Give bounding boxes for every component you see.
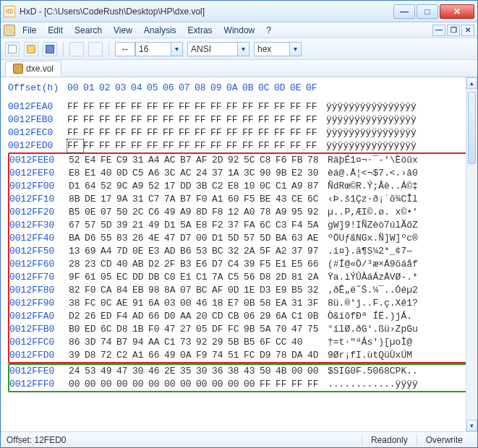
menu-window[interactable]: Window <box>220 24 260 37</box>
hex-row[interactable]: 0012FF709F6105ECDDDBC0E1C17AC556D82D812A… <box>9 271 474 284</box>
menu-file[interactable]: File <box>18 24 40 37</box>
hex-row[interactable]: 0012FEF0E8E1400DC5A63CAC24371A3C909BE230… <box>9 167 474 180</box>
statusbar: Offset: 12FED0 Readonly Overwrite <box>1 431 477 447</box>
separator <box>108 42 109 56</box>
hex-row[interactable]: 0012FFB0B0ED6CD81BF0472705DFFC9B5A704775… <box>9 323 474 336</box>
charset-value: ANSI <box>187 42 238 56</box>
hex-row[interactable]: 0012FEA0FFFFFFFFFFFFFFFFFFFFFFFFFFFFFFFF… <box>8 100 476 113</box>
charset-dropdown[interactable]: ANSI ▾ <box>187 42 249 56</box>
menu-extras[interactable]: Extras <box>184 24 217 37</box>
tab-bar: dxe.vol <box>1 60 477 77</box>
hex-row[interactable]: 0012FFD039D872C2A166490AF97451FCD978DA4D… <box>9 349 474 362</box>
hex-row[interactable]: 0012FF501369A47D0EE3ADB653BC322A5FA23797… <box>9 245 474 258</box>
minimize-button[interactable]: — <box>393 4 415 19</box>
hex-row[interactable]: 0012FF9038FC0CAE916A03004618E70B58EA313F… <box>9 297 474 310</box>
tab-label: dxe.vol <box>26 64 54 74</box>
close-button[interactable]: ✕ <box>440 4 474 19</box>
titlebar: HD HxD - [C:\Users\CodeRush\Desktop\HP\d… <box>1 1 477 22</box>
tool-icon-1[interactable] <box>69 42 84 56</box>
toolbar: ↔ ▾ ANSI ▾ hex ▾ <box>1 38 477 60</box>
app-icon: HD <box>4 6 15 17</box>
hex-row[interactable]: 0012FEB0FFFFFFFFFFFFFFFFFFFFFFFFFFFFFFFF… <box>8 113 476 126</box>
open-icon[interactable] <box>24 42 38 56</box>
hex-row[interactable]: 0012FF20B50E07502CC649A98DF812A078A99592… <box>9 206 474 219</box>
scroll-thumb[interactable] <box>468 92 476 164</box>
chevron-down-icon[interactable]: ▾ <box>238 42 249 56</box>
hex-row[interactable]: 0012FF40BAD65583264E47D700D15D575DBA63AE… <box>9 232 474 245</box>
file-icon <box>13 64 23 74</box>
menu-analysis[interactable]: Analysis <box>140 24 181 37</box>
menu-view[interactable]: View <box>109 24 137 37</box>
hex-row[interactable]: 0012FF108BDE179A31C77AB7F0A160F5BE43CE6C… <box>9 193 474 206</box>
menu-search[interactable]: Search <box>70 24 106 37</box>
scroll-up-icon[interactable]: ▴ <box>466 77 477 89</box>
menu-edit[interactable]: Edit <box>43 24 67 37</box>
file-icon <box>4 25 15 36</box>
window-title: HxD - [C:\Users\CodeRush\Desktop\HP\dxe.… <box>20 7 393 17</box>
radix-dropdown[interactable]: hex ▾ <box>254 42 302 56</box>
hex-row[interactable]: 0012FF8082F0CA84EB988A07BCAF0D1ED3E9B532… <box>9 284 474 297</box>
new-icon[interactable] <box>5 42 20 56</box>
hex-row[interactable]: 0012FED0FFFFFFFFFFFFFFFFFFFFFFFFFFFFFFFF… <box>8 139 476 152</box>
hex-row[interactable]: 0012FFA0D226EDF4AD66D0AA20CDCB06296AC10B… <box>9 310 474 323</box>
hex-row[interactable]: 0012FEE052E4FEC931A4ACB7AF2D925CC8F6FB78… <box>9 154 474 167</box>
menu-help[interactable]: ? <box>262 24 276 37</box>
save-icon[interactable] <box>43 42 57 56</box>
menubar: File Edit Search View Analysis Extras Wi… <box>1 22 477 38</box>
bytes-per-row-dropdown[interactable]: ↔ ▾ <box>115 42 183 56</box>
status-overwrite: Overwrite <box>417 435 471 445</box>
bytes-per-row-input[interactable] <box>135 42 171 56</box>
hex-row[interactable]: 0012FF00D164529CA95217DD3BC2E8100CC1A987… <box>9 180 474 193</box>
separator <box>63 42 64 56</box>
tool-icon-2[interactable] <box>88 42 103 56</box>
hex-row[interactable]: 0012FFF0000000000000000000000000FFFFFFFF… <box>9 378 474 391</box>
arrows-icon: ↔ <box>115 42 135 56</box>
hex-row[interactable]: 0012FF3067575D392149D15AE8F237FA6CC3F45A… <box>9 219 474 232</box>
status-mode: Readonly <box>362 435 417 445</box>
maximize-button[interactable]: □ <box>417 4 438 19</box>
radix-value: hex <box>254 42 290 56</box>
tab-file[interactable]: dxe.vol <box>5 61 61 77</box>
chevron-down-icon[interactable]: ▾ <box>171 42 183 56</box>
mdi-close[interactable]: ✕ <box>461 25 474 36</box>
hex-row[interactable]: 0012FF602823CD40ABD22FB3E6D7C439F5E1E566… <box>9 258 474 271</box>
vertical-scrollbar[interactable]: ▴ ▾ <box>466 77 477 431</box>
mdi-restore[interactable]: ❐ <box>447 25 460 36</box>
status-offset: Offset: 12FED0 <box>7 435 66 445</box>
hex-row[interactable]: 0012FEC0FFFFFFFFFFFFFFFFFFFFFFFFFFFFFFFF… <box>8 126 476 139</box>
hex-row[interactable]: 0012FFC0863D74B794AAC17392295BB56FCC40 †… <box>9 336 474 349</box>
hex-editor[interactable]: Offset(h)000102030405060708090A0B0C0D0E0… <box>1 77 477 431</box>
chevron-down-icon[interactable]: ▾ <box>290 42 302 56</box>
hex-row[interactable]: 0012FFE02453494730462E3530363843504B0000… <box>9 365 474 378</box>
scroll-down-icon[interactable]: ▾ <box>466 420 477 431</box>
mdi-minimize[interactable]: — <box>432 25 445 36</box>
